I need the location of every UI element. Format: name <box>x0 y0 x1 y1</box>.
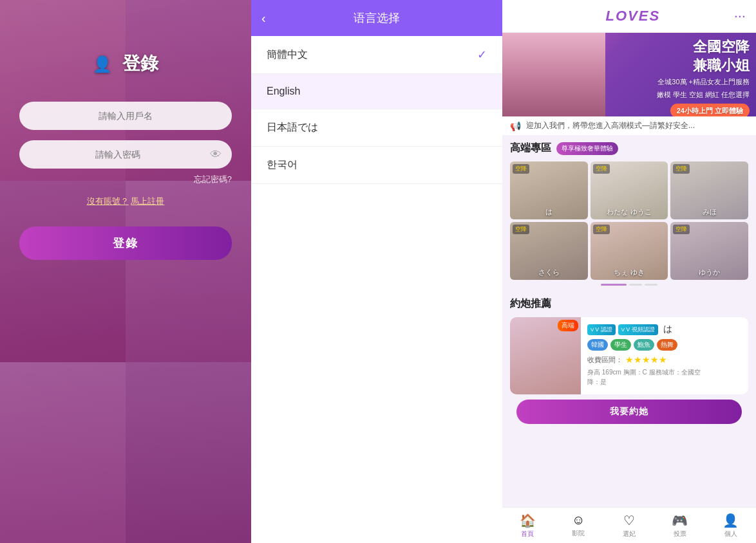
premium-card-3[interactable]: 空降 みほ <box>670 161 748 219</box>
banner-text: 全國空降 兼職小姐 全城30萬 +精品女友上門服務 嫩模 學生 空姐 網紅 任您… <box>657 38 750 116</box>
nav-selection[interactable]: ♡ 選妃 <box>610 513 648 538</box>
premium-card-1[interactable]: 空降 は <box>510 161 588 219</box>
home-icon: 🏠 <box>520 513 536 528</box>
star-4: ★ <box>650 354 659 365</box>
premium-title: 高端專區 <box>510 142 551 155</box>
language-item-english[interactable]: English <box>251 74 502 109</box>
nav-home[interactable]: 🏠 首頁 <box>508 513 547 538</box>
nav-selection-label: 選妃 <box>623 529 636 538</box>
password-wrapper: 👁 <box>19 140 232 169</box>
book-button[interactable]: 我要約她 <box>516 400 742 424</box>
check-icon: ✓ <box>477 48 487 62</box>
language-label: 日本語では <box>267 121 318 134</box>
banner-girls-image <box>502 33 605 116</box>
star-5: ★ <box>659 354 667 365</box>
username-input[interactable] <box>19 102 232 130</box>
tag-fish: 鮑魚 <box>634 339 654 351</box>
stat-row: 身高 169cm 胸圍：C 服務城市：全國空 降：是 <box>587 367 742 387</box>
right-panel: LOVES ··· 全國空降 兼職小姐 全城30萬 +精品女友上門服務 嫩模 學… <box>502 0 756 543</box>
nav-vote[interactable]: 🎮 投票 <box>661 513 699 538</box>
stat-1: 身高 169cm 胸圍：C 服務城市：全國空 <box>587 367 742 377</box>
grid-scroll-indicator <box>510 284 748 286</box>
star-1: ★ <box>625 354 634 365</box>
login-content: 👤 登錄 👁 忘記密碼? 沒有賬號？ 馬上註冊 登錄 <box>0 0 251 543</box>
card-name: ちぇ ゆき <box>591 268 668 277</box>
scroll-dot-inactive-2 <box>645 284 657 286</box>
promo-banner[interactable]: 全國空降 兼職小姐 全城30萬 +精品女友上門服務 嫩模 學生 空姐 網紅 任您… <box>502 33 756 116</box>
card-person-name: は <box>663 324 672 335</box>
card-name: ゆうか <box>670 268 748 277</box>
back-button[interactable]: ‹ <box>261 11 266 26</box>
scroll-dot-inactive-1 <box>629 284 642 286</box>
premium-grid: 空降 は 空降 わたな ゆうこ 空降 みほ 空降 さくら 空降 ちぇ ゆき <box>510 161 748 280</box>
language-item-japanese[interactable]: 日本語では <box>251 109 502 147</box>
language-item-korean[interactable]: 한국어 <box>251 147 502 184</box>
tag-student: 學生 <box>610 339 631 351</box>
language-item-simplified-chinese[interactable]: 簡體中文 ✓ <box>251 36 502 74</box>
language-label: 한국어 <box>267 158 298 172</box>
premium-badge: 尊享極致奢華體驗 <box>556 142 618 155</box>
login-title: 👤 登錄 <box>93 51 158 76</box>
date-section-header: 約炮推薦 <box>510 297 748 311</box>
nav-home-label: 首頁 <box>521 529 534 538</box>
verify-badge-1: V V 認證 <box>587 324 616 335</box>
profile-icon: 👤 <box>723 513 739 528</box>
language-label: 簡體中文 <box>267 48 308 62</box>
register-link[interactable]: 馬上註冊 <box>131 196 164 206</box>
app-header: LOVES ··· <box>502 0 756 33</box>
app-logo: LOVES <box>606 8 661 24</box>
nav-cinema-label: 影院 <box>572 529 585 538</box>
language-list: 簡體中文 ✓ English 日本語では 한국어 <box>251 36 502 543</box>
stars-row: 收費區間： ★ ★ ★ ★ ★ <box>587 354 742 365</box>
nav-profile-label: 個人 <box>724 529 737 538</box>
login-button[interactable]: 登錄 <box>19 226 232 260</box>
card-name: さくら <box>510 268 588 277</box>
game-icon: 🎮 <box>672 513 688 528</box>
star-2: ★ <box>634 354 642 365</box>
speaker-icon: 📢 <box>510 121 521 131</box>
banner-cta-button[interactable]: 24小時上門 立即體驗 <box>670 104 750 116</box>
banner-sub-text3: 嫩模 學生 空姐 網紅 任您選擇 <box>657 90 750 100</box>
nav-cinema[interactable]: ☺ 影院 <box>559 513 598 538</box>
premium-card-5[interactable]: 空降 ちぇ ゆき <box>591 222 668 280</box>
card-name: みほ <box>670 207 748 217</box>
no-account-text: 沒有賬號？ 馬上註冊 <box>87 196 165 207</box>
verify-badge-2: V V 視頻認證 <box>618 324 658 335</box>
vip-label: 空降 <box>513 164 529 174</box>
password-input[interactable] <box>19 140 232 169</box>
banner-main-text: 全國空降 <box>657 38 750 57</box>
more-options-icon[interactable]: ··· <box>734 8 746 24</box>
main-scroll-area: 全國空降 兼職小姐 全城30萬 +精品女友上門服務 嫩模 學生 空姐 網紅 任您… <box>502 33 756 543</box>
nav-vote-label: 投票 <box>674 529 686 538</box>
marquee-text: 迎加入我們，將帶您進入高潮模式—請繁好安全... <box>526 120 695 131</box>
stars-label: 收費區間： <box>587 355 623 365</box>
high-end-badge: 高端 <box>558 320 578 331</box>
date-card-image: 高端 <box>510 317 581 394</box>
premium-card-2[interactable]: 空降 わたな ゆうこ <box>591 161 668 219</box>
card-name: わたな ゆうこ <box>591 207 668 217</box>
vip-label: 空降 <box>593 225 610 234</box>
date-card-info: V V 認證 V V 視頻認證 は 韓國 學生 鮑魚 熱舞 <box>581 317 748 394</box>
premium-card-6[interactable]: 空降 ゆうか <box>670 222 748 280</box>
vip-label: 空降 <box>673 225 690 234</box>
tag-dance: 熱舞 <box>657 339 677 351</box>
nav-profile[interactable]: 👤 個人 <box>712 513 750 538</box>
scroll-dot-active <box>601 284 627 286</box>
date-card[interactable]: 高端 V V 認證 V V 視頻認證 は <box>510 317 748 394</box>
date-section: 約炮推薦 高端 V V 認證 V V 視頻認證 <box>502 291 756 436</box>
language-header-title: 语言选择 <box>354 10 400 26</box>
premium-card-4[interactable]: 空降 さくら <box>510 222 588 280</box>
language-selection-panel: ‹ 语言选择 簡體中文 ✓ English 日本語では 한국어 <box>251 0 502 543</box>
forgot-password-link[interactable]: 忘記密碼? <box>194 174 232 185</box>
language-label: English <box>267 86 300 97</box>
stat-2: 降：是 <box>587 377 742 387</box>
star-3: ★ <box>642 354 650 365</box>
date-section-title: 約炮推薦 <box>510 297 551 311</box>
tag-row: 韓國 學生 鮑魚 熱舞 <box>587 339 742 351</box>
card-name: は <box>510 207 588 217</box>
cinema-icon: ☺ <box>572 513 585 528</box>
eye-icon[interactable]: 👁 <box>210 148 222 161</box>
name-row: V V 認證 V V 視頻認證 は <box>587 324 742 335</box>
marquee-bar: 📢 迎加入我們，將帶您進入高潮模式—請繁好安全... <box>502 116 756 135</box>
vip-label: 空降 <box>513 225 529 234</box>
